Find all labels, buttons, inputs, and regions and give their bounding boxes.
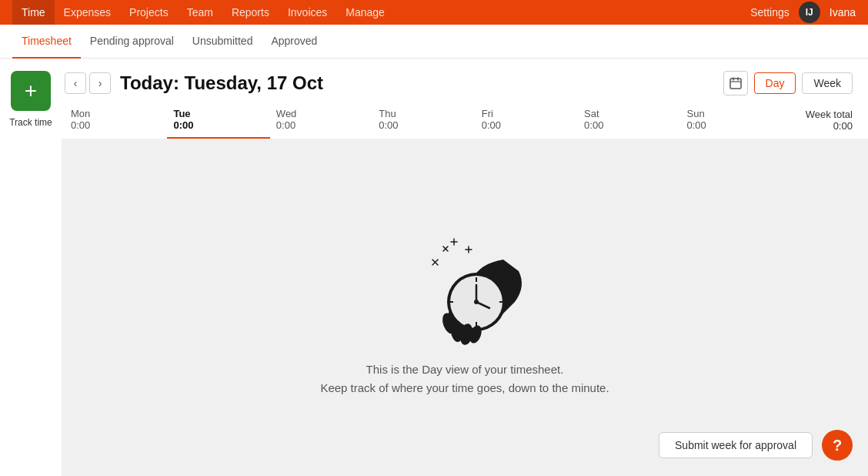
day-cell-thu[interactable]: Thu 0:00	[372, 105, 475, 139]
day-time-fri: 0:00	[482, 119, 501, 131]
tab-pending-approval[interactable]: Pending approval	[81, 25, 183, 59]
empty-state-text: This is the Day view of your timesheet. …	[320, 360, 609, 397]
svg-point-16	[474, 300, 479, 304]
date-title: Today: Tuesday, 17 Oct	[120, 72, 323, 94]
nav-item-reports[interactable]: Reports	[222, 0, 279, 25]
nav-item-projects[interactable]: Projects	[120, 0, 178, 25]
day-cell-wed[interactable]: Wed 0:00	[270, 105, 372, 139]
content-area: ‹ › Today: Tuesday, 17 Oct Day Week	[62, 59, 868, 476]
nav-item-time[interactable]: Time	[12, 0, 55, 25]
settings-link[interactable]: Settings	[750, 6, 790, 18]
day-cell-sun[interactable]: Sun 0:00	[681, 105, 783, 139]
week-total-cell: Week total 0:00	[783, 106, 853, 138]
week-total-value: 0:00	[833, 120, 853, 132]
top-nav: Time Expenses Projects Team Reports Invo…	[0, 0, 868, 25]
day-time-tue: 0:00	[173, 119, 193, 131]
week-view-button[interactable]: Week	[802, 72, 853, 94]
tab-approved[interactable]: Approved	[262, 25, 326, 59]
next-day-button[interactable]: ›	[89, 72, 111, 94]
day-name-mon: Mon	[71, 108, 90, 119]
date-header: ‹ › Today: Tuesday, 17 Oct Day Week	[62, 59, 868, 96]
help-button[interactable]: ?	[822, 430, 853, 461]
nav-right: Settings IJ Ivana	[750, 2, 856, 23]
day-cell-mon[interactable]: Mon 0:00	[65, 105, 167, 139]
date-navigation: ‹ › Today: Tuesday, 17 Oct	[65, 72, 323, 94]
plus-icon: +	[25, 80, 37, 102]
day-name-sun: Sun	[687, 108, 705, 119]
track-time-label: Track time	[9, 117, 52, 128]
day-name-thu: Thu	[379, 108, 396, 119]
day-row: Mon 0:00 Tue 0:00 Wed 0:00 Thu 0:00 Fri …	[62, 96, 868, 139]
day-view-button[interactable]: Day	[754, 72, 796, 94]
nav-item-invoices[interactable]: Invoices	[279, 0, 336, 25]
svg-rect-0	[730, 79, 741, 89]
help-icon: ?	[833, 437, 842, 454]
day-cell-fri[interactable]: Fri 0:00	[476, 105, 578, 139]
day-cell-tue[interactable]: Tue 0:00	[167, 105, 269, 139]
day-time-sun: 0:00	[687, 119, 706, 131]
bottom-bar: Submit week for approval ?	[659, 430, 853, 461]
tab-unsubmitted[interactable]: Unsubmitted	[183, 25, 262, 59]
submit-week-button[interactable]: Submit week for approval	[659, 432, 813, 458]
nav-item-team[interactable]: Team	[178, 0, 222, 25]
prev-day-button[interactable]: ‹	[65, 72, 86, 94]
tab-timesheet[interactable]: Timesheet	[12, 25, 81, 59]
nav-item-manage[interactable]: Manage	[336, 0, 394, 25]
day-name-fri: Fri	[482, 108, 493, 119]
empty-state: This is the Day view of your timesheet. …	[320, 217, 609, 397]
timesheet-body: This is the Day view of your timesheet. …	[62, 139, 868, 476]
nav-item-expenses[interactable]: Expenses	[55, 0, 120, 25]
calendar-icon	[729, 77, 742, 89]
sidebar: + Track time	[0, 59, 62, 476]
sub-nav: Timesheet Pending approval Unsubmitted A…	[0, 25, 868, 59]
nav-left: Time Expenses Projects Team Reports Invo…	[12, 0, 394, 25]
avatar: IJ	[799, 2, 820, 23]
day-name-sat: Sat	[584, 108, 599, 119]
clock-illustration	[396, 217, 534, 348]
track-time-button[interactable]: +	[11, 71, 51, 111]
view-controls: Day Week	[723, 71, 853, 96]
day-time-sat: 0:00	[584, 119, 603, 131]
day-cell-sat[interactable]: Sat 0:00	[578, 105, 680, 139]
calendar-button[interactable]	[723, 71, 748, 96]
day-time-mon: 0:00	[71, 119, 90, 131]
week-total-label: Week total	[806, 109, 853, 120]
empty-line2: Keep track of where your time goes, down…	[320, 379, 609, 397]
day-time-wed: 0:00	[276, 119, 295, 131]
day-time-thu: 0:00	[379, 119, 398, 131]
empty-line1: This is the Day view of your timesheet.	[320, 360, 609, 379]
day-name-wed: Wed	[276, 108, 297, 119]
user-name[interactable]: Ivana	[830, 6, 856, 18]
main-area: + Track time ‹ › Today: Tuesday, 17 Oct	[0, 59, 868, 476]
day-name-tue: Tue	[173, 108, 190, 119]
